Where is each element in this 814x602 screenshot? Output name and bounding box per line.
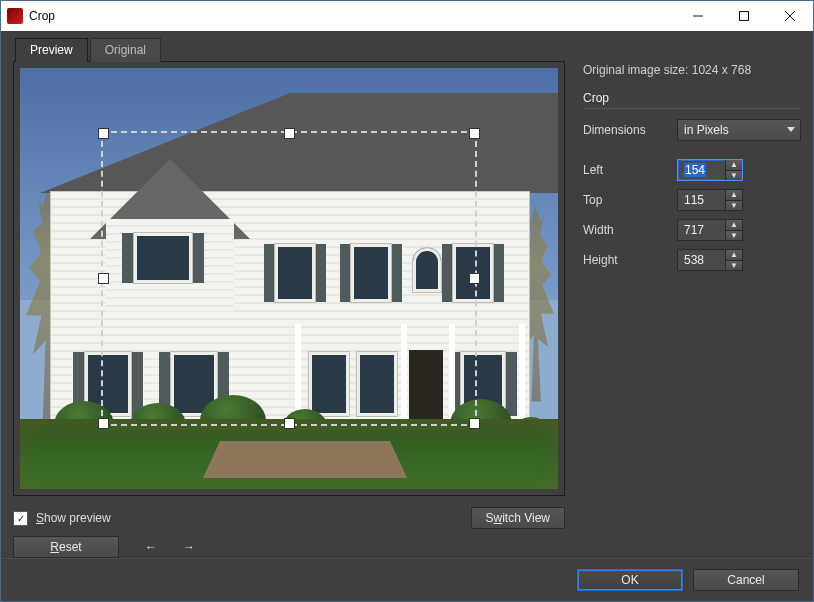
crop-handle-se[interactable] [469,418,480,429]
tabstrip: Preview Original [13,35,565,61]
next-arrow-icon[interactable]: → [183,540,195,554]
svg-rect-1 [740,12,749,21]
prev-arrow-icon[interactable]: ← [145,540,157,554]
width-label: Width [583,223,669,237]
crop-handle-ne[interactable] [469,128,480,139]
show-preview-checkbox[interactable]: ✓ [13,511,28,526]
spin-down-icon[interactable]: ▼ [726,261,742,271]
width-spinbox[interactable]: 717 ▲▼ [677,219,743,241]
crop-handle-n[interactable] [284,128,295,139]
crop-handle-nw[interactable] [98,128,109,139]
left-spinbox[interactable]: 154 ▲▼ [677,159,743,181]
minimize-button[interactable] [675,1,721,31]
titlebar: Crop [1,1,813,31]
switch-view-button[interactable]: Switch View [471,507,566,529]
spin-down-icon[interactable]: ▼ [726,201,742,211]
original-size-info: Original image size: 1024 x 768 [583,63,801,77]
ok-button[interactable]: OK [577,569,683,591]
spin-up-icon[interactable]: ▲ [726,220,742,231]
crop-section-title: Crop [583,91,801,109]
close-icon [785,11,795,21]
left-label: Left [583,163,669,177]
reset-button[interactable]: Reset [13,536,119,558]
settings-panel: Original image size: 1024 x 768 Crop Dim… [583,35,801,558]
crop-dialog: Crop Preview Original [0,0,814,602]
window-title: Crop [29,9,55,23]
crop-handle-w[interactable] [98,273,109,284]
app-icon [7,8,23,24]
crop-handle-s[interactable] [284,418,295,429]
spin-up-icon[interactable]: ▲ [726,190,742,201]
cancel-button[interactable]: Cancel [693,569,799,591]
top-spinbox[interactable]: 115 ▲▼ [677,189,743,211]
preview-frame [13,61,565,496]
close-button[interactable] [767,1,813,31]
top-label: Top [583,193,669,207]
dialog-footer: OK Cancel [1,558,813,601]
height-spinbox[interactable]: 538 ▲▼ [677,249,743,271]
show-preview-label: Show preview [36,511,111,525]
image-canvas[interactable] [20,68,558,489]
height-label: Height [583,253,669,267]
crop-handle-e[interactable] [469,273,480,284]
maximize-button[interactable] [721,1,767,31]
spin-up-icon[interactable]: ▲ [726,160,742,171]
minimize-icon [693,11,703,21]
crop-handle-sw[interactable] [98,418,109,429]
tab-original[interactable]: Original [90,38,161,62]
spin-down-icon[interactable]: ▼ [726,231,742,241]
dimensions-select[interactable]: in Pixels [677,119,801,141]
maximize-icon [739,11,749,21]
dimensions-label: Dimensions [583,123,669,137]
spin-down-icon[interactable]: ▼ [726,171,742,181]
spin-up-icon[interactable]: ▲ [726,250,742,261]
chevron-down-icon [786,123,796,138]
tab-preview[interactable]: Preview [15,38,88,62]
crop-selection[interactable] [101,131,478,426]
svg-marker-4 [787,127,795,132]
